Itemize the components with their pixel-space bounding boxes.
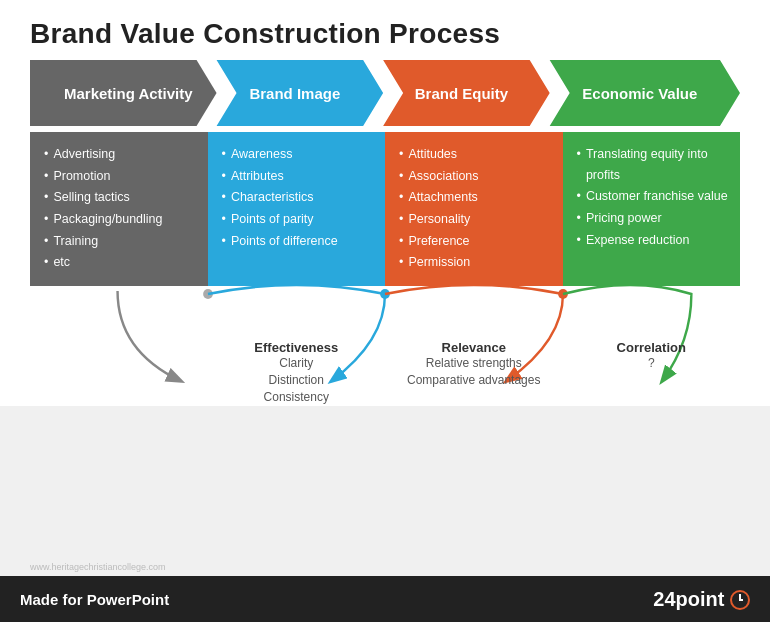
effectiveness-label: Effectiveness	[213, 340, 381, 355]
bottom-labels: Effectiveness ClarityDistinctionConsiste…	[30, 340, 740, 405]
list-item: Promotion	[44, 166, 198, 187]
content-brand-equity: Attitudes Associations Attachments Perso…	[385, 132, 563, 286]
connector-section: Effectiveness ClarityDistinctionConsiste…	[30, 286, 740, 406]
list-item: Pricing power	[577, 208, 731, 229]
list-item: Expense reduction	[577, 230, 731, 251]
brand-equity-list: Attitudes Associations Attachments Perso…	[399, 144, 553, 273]
slide-title: Brand Value Construction Process	[30, 18, 740, 50]
correlation-sub: ?	[568, 355, 736, 372]
clock-icon	[730, 590, 750, 610]
watermark: www.heritagechristiancollege.com	[30, 562, 166, 572]
slide-container: Brand Value Construction Process Marketi…	[0, 0, 770, 622]
list-item: Customer franchise value	[577, 186, 731, 207]
list-item: Training	[44, 231, 198, 252]
economic-list: Translating equity into profits Customer…	[577, 144, 731, 250]
relevance-label: Relevance	[390, 340, 558, 355]
footer: Made for PowerPoint 24point	[0, 576, 770, 622]
arrow-brand-equity: Brand Equity	[363, 60, 550, 126]
bottom-brand-image: Effectiveness ClarityDistinctionConsiste…	[208, 340, 386, 405]
list-item: Translating equity into profits	[577, 144, 731, 185]
arrow-economic: Economic Value	[530, 60, 740, 126]
marketing-list: Advertising Promotion Selling tactics Pa…	[44, 144, 198, 273]
list-item: Advertising	[44, 144, 198, 165]
bottom-marketing	[30, 340, 208, 405]
list-item: Points of parity	[222, 209, 376, 230]
list-item: Selling tactics	[44, 187, 198, 208]
arrow-marketing: Marketing Activity	[30, 60, 217, 126]
clock-icon-wrapper	[724, 588, 750, 610]
bottom-brand-equity: Relevance Relative strengthsComparative …	[385, 340, 563, 405]
list-item: etc	[44, 252, 198, 273]
correlation-label: Correlation	[568, 340, 736, 355]
slide-header: Brand Value Construction Process	[0, 0, 770, 60]
arrow-row: Marketing Activity Brand Image Brand Equ…	[30, 60, 740, 126]
list-item: Personality	[399, 209, 553, 230]
effectiveness-sub: ClarityDistinctionConsistency	[213, 355, 381, 405]
main-area: Marketing Activity Brand Image Brand Equ…	[0, 60, 770, 406]
list-item: Attachments	[399, 187, 553, 208]
bottom-economic: Correlation ?	[563, 340, 741, 405]
list-item: Permission	[399, 252, 553, 273]
content-economic: Translating equity into profits Customer…	[563, 132, 741, 286]
content-marketing: Advertising Promotion Selling tactics Pa…	[30, 132, 208, 286]
footer-brand: 24point	[653, 588, 750, 611]
footer-made-for: Made for PowerPoint	[20, 591, 169, 608]
list-item: Attitudes	[399, 144, 553, 165]
content-brand-image: Awareness Attributes Characteristics Poi…	[208, 132, 386, 286]
list-item: Preference	[399, 231, 553, 252]
relevance-sub: Relative strengthsComparative advantages	[390, 355, 558, 389]
list-item: Points of difference	[222, 231, 376, 252]
list-item: Attributes	[222, 166, 376, 187]
list-item: Awareness	[222, 144, 376, 165]
list-item: Characteristics	[222, 187, 376, 208]
arrow-brand-image: Brand Image	[197, 60, 384, 126]
list-item: Packaging/bundling	[44, 209, 198, 230]
list-item: Associations	[399, 166, 553, 187]
content-row: Advertising Promotion Selling tactics Pa…	[30, 132, 740, 286]
brand-image-list: Awareness Attributes Characteristics Poi…	[222, 144, 376, 251]
